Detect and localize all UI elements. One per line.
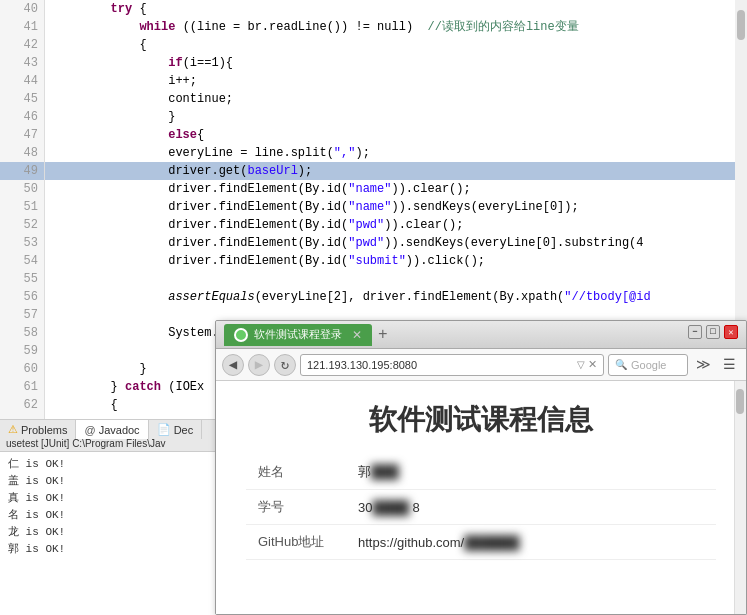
line-num-40: 40: [0, 0, 44, 18]
line-num-50: 50: [0, 180, 44, 198]
browser-scrollbar[interactable]: [734, 381, 746, 614]
menu-button[interactable]: ☰: [718, 354, 740, 376]
line-num-53: 53: [0, 234, 44, 252]
tab-declaration[interactable]: 📄 Dec: [149, 420, 203, 439]
field-value-name: 郭███: [346, 455, 716, 490]
line-num-62: 62: [0, 396, 44, 414]
refresh-button[interactable]: ↻: [274, 354, 296, 376]
code-line-55: [45, 270, 747, 288]
code-line-42: {: [45, 36, 747, 54]
line-num-42: 42: [0, 36, 44, 54]
problems-label: Problems: [21, 424, 67, 436]
address-text: 121.193.130.195:8080: [307, 359, 417, 371]
browser-scrollbar-thumb: [736, 389, 744, 414]
code-line-44: i++;: [45, 72, 747, 90]
javadoc-icon: @: [84, 424, 95, 436]
info-table: 姓名 郭███ 学号 30████8 GitHub地址 https://gith…: [246, 455, 716, 560]
code-line-45: continue;: [45, 90, 747, 108]
field-label-name: 姓名: [246, 455, 346, 490]
address-controls: ▽ ✕: [577, 358, 597, 371]
tab-close-button[interactable]: ✕: [352, 328, 362, 342]
table-row-name: 姓名 郭███: [246, 455, 716, 490]
line-num-41: 41: [0, 18, 44, 36]
line-num-58: 58: [0, 324, 44, 342]
table-row-github: GitHub地址 https://github.com/██████: [246, 525, 716, 560]
line-num-47: 47: [0, 126, 44, 144]
browser-titlebar: 软件测试课程登录 ✕ + − □ ✕: [216, 321, 746, 349]
forward-button[interactable]: ▶: [248, 354, 270, 376]
line-num-44: 44: [0, 72, 44, 90]
back-button[interactable]: ◀: [222, 354, 244, 376]
line-num-59: 59: [0, 342, 44, 360]
code-line-53: driver.findElement(By.id("pwd")).sendKey…: [45, 234, 747, 252]
maximize-button[interactable]: □: [706, 325, 720, 339]
search-icon: 🔍: [615, 359, 627, 371]
line-num-54: 54: [0, 252, 44, 270]
line-num-52: 52: [0, 216, 44, 234]
code-line-40: try {: [45, 0, 747, 18]
search-placeholder: Google: [631, 359, 666, 371]
address-arrow-icon: ▽: [577, 359, 585, 370]
console-line-1: 仁 is OK!: [8, 456, 212, 473]
line-num-55: 55: [0, 270, 44, 288]
browser-addressbar: ◀ ▶ ↻ 121.193.130.195:8080 ▽ ✕ 🔍 Google …: [216, 349, 746, 381]
line-num-61: 61: [0, 378, 44, 396]
bottom-tab-bar: ⚠ Problems @ Javadoc 📄 Dec: [0, 419, 220, 439]
console-line-6: 郭 is OK!: [8, 541, 212, 558]
code-line-51: driver.findElement(By.id("name")).sendKe…: [45, 198, 747, 216]
code-line-47: else{: [45, 126, 747, 144]
tab-title: 软件测试课程登录: [254, 327, 342, 342]
code-line-49: driver.get(baseUrl);: [45, 162, 747, 180]
console-line-3: 真 is OK!: [8, 490, 212, 507]
field-value-github: https://github.com/██████: [346, 525, 716, 560]
line-num-48: 48: [0, 144, 44, 162]
browser-window: 软件测试课程登录 ✕ + − □ ✕ ◀ ▶ ↻ 121.193.130.195…: [215, 320, 747, 615]
browser-content: 软件测试课程信息 姓名 郭███ 学号 30████8 GitHub地址 htt…: [216, 381, 746, 614]
minimize-button[interactable]: −: [688, 325, 702, 339]
line-num-60: 60: [0, 360, 44, 378]
code-line-52: driver.findElement(By.id("pwd")).clear()…: [45, 216, 747, 234]
page-title: 软件测试课程信息: [246, 401, 716, 439]
line-num-56: 56: [0, 288, 44, 306]
field-value-studentid: 30████8: [346, 490, 716, 525]
console-panel: usetest [JUnit] C:\Program Files\Jav 仁 i…: [0, 435, 220, 615]
line-num-46: 46: [0, 108, 44, 126]
javadoc-label: Javadoc: [99, 424, 140, 436]
declaration-icon: 📄: [157, 423, 171, 436]
field-label-github: GitHub地址: [246, 525, 346, 560]
line-num-49: 49: [0, 162, 44, 180]
scrollbar-thumb: [737, 10, 745, 40]
code-line-48: everyLine = line.split(",");: [45, 144, 747, 162]
declaration-label: Dec: [174, 424, 194, 436]
address-x-icon[interactable]: ✕: [588, 358, 597, 371]
browser-tab[interactable]: 软件测试课程登录 ✕: [224, 324, 372, 346]
tab-favicon: [234, 328, 248, 342]
table-row-student-id: 学号 30████8: [246, 490, 716, 525]
tab-problems[interactable]: ⚠ Problems: [0, 420, 76, 439]
field-label-studentid: 学号: [246, 490, 346, 525]
console-line-4: 名 is OK!: [8, 507, 212, 524]
window-controls: − □ ✕: [688, 325, 738, 339]
line-num-45: 45: [0, 90, 44, 108]
console-line-5: 龙 is OK!: [8, 524, 212, 541]
code-line-50: driver.findElement(By.id("name")).clear(…: [45, 180, 747, 198]
line-num-51: 51: [0, 198, 44, 216]
code-line-56: assertEquals(everyLine[2], driver.findEl…: [45, 288, 747, 306]
extensions-button[interactable]: ≫: [692, 354, 714, 376]
new-tab-button[interactable]: +: [378, 326, 388, 344]
search-bar[interactable]: 🔍 Google: [608, 354, 688, 376]
code-line-41: while ((line = br.readLine()) != null) /…: [45, 18, 747, 36]
address-bar[interactable]: 121.193.130.195:8080 ▽ ✕: [300, 354, 604, 376]
console-output: 仁 is OK! 盖 is OK! 真 is OK! 名 is OK! 龙 is…: [0, 452, 220, 562]
console-line-2: 盖 is OK!: [8, 473, 212, 490]
code-line-46: }: [45, 108, 747, 126]
code-line-54: driver.findElement(By.id("submit")).clic…: [45, 252, 747, 270]
close-button[interactable]: ✕: [724, 325, 738, 339]
tab-javadoc[interactable]: @ Javadoc: [76, 420, 148, 439]
line-num-43: 43: [0, 54, 44, 72]
line-num-57: 57: [0, 306, 44, 324]
problems-icon: ⚠: [8, 423, 18, 436]
code-line-43: if(i==1){: [45, 54, 747, 72]
